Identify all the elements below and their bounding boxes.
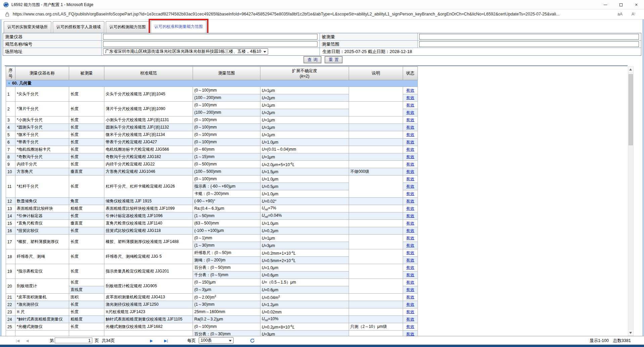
status-link[interactable]: 有效 (406, 169, 414, 174)
status-link[interactable]: 有效 (406, 280, 414, 285)
location-select[interactable]: 广东省深圳市南山区桃源街道珠光社区珠光路珠光创新科技园3栋三楼、五楼，4栋10 (103, 48, 268, 55)
per-page-label: 每页 (187, 336, 196, 345)
status-link[interactable]: 有效 (406, 213, 414, 218)
cell-spec: 表面粗糙度比较样块校准规范 JJF1099 (104, 205, 193, 212)
status-link[interactable]: 有效 (406, 243, 414, 248)
status-link[interactable]: 有效 (406, 272, 414, 277)
status-link[interactable]: 有效 (406, 287, 414, 292)
status-link[interactable]: 有效 (406, 177, 414, 181)
status-link[interactable]: 有效 (406, 250, 414, 255)
refresh-icon[interactable] (250, 338, 255, 343)
address-bar[interactable]: https://www.cnas.org.cn/LAS_FQ/publish/o… (13, 9, 613, 19)
table-row: 20刮板细度计长度刮板细度计检定规程 JJG905(0～150)μmU=（0.5… (6, 279, 418, 286)
cell-measurand: 垂直度 (69, 168, 104, 176)
status-link[interactable]: 有效 (406, 140, 414, 144)
reset-button[interactable]: 重置 (325, 56, 342, 63)
status-link[interactable]: 有效 (406, 317, 414, 321)
status-link[interactable]: 有效 (406, 125, 414, 130)
status-link[interactable]: 有效 (406, 88, 414, 93)
cell-uncertainty: U=1.0μm (260, 139, 349, 146)
table-row: 13表面粗糙度比较样块粗糙度表面粗糙度比较样块校准规范 JJF1099Ra:(0… (6, 205, 418, 212)
status-link[interactable]: 有效 (406, 332, 414, 336)
table-row: 4*圆测头千分尺长度圆测头千分尺校准规范 JJF(浙)1132(0～100)mm… (6, 124, 418, 131)
measurand-input[interactable] (419, 34, 639, 40)
cell-status: 有效 (403, 205, 418, 212)
vertical-scrollbar[interactable] (628, 66, 634, 336)
table-row: 百分表：(0～30)mmU=3μm有效 (6, 331, 418, 336)
translate-icon[interactable]: aA (617, 9, 623, 19)
cell-range: (0～100)mm (193, 116, 260, 124)
tab-authorized-signatories[interactable]: 认可的授权签字人及领域 (53, 21, 104, 33)
status-link[interactable]: 有效 (406, 191, 414, 196)
filter-form: 测量仪器 被测量 规范名称/编号 测量范围 场所地址 广东省深圳市南山区桃源街道… (3, 33, 641, 56)
minimize-button[interactable] (598, 0, 613, 9)
header-range: 测量范围 (193, 67, 260, 80)
table-row: 5*微米千分尺长度微米千分尺校准规范 JJF(浙)1134(0～100)mmU=… (6, 131, 418, 139)
status-link[interactable]: 有效 (406, 324, 414, 329)
spec-name-label: 规范名称/编号 (3, 41, 102, 48)
next-page-button[interactable]: ▶ (150, 336, 153, 345)
status-link[interactable]: 有效 (406, 110, 414, 115)
cell-note (349, 161, 403, 168)
status-link[interactable]: 有效 (406, 265, 414, 270)
cell-note (349, 316, 403, 323)
status-link[interactable]: 有效 (406, 199, 414, 203)
status-link[interactable]: 有效 (406, 154, 414, 159)
cell-instrument-name: *皮革面积测量机 (15, 294, 69, 301)
header-spec: 校准规范 (104, 67, 193, 80)
cell-uncertainty: Urel=10% (260, 316, 349, 323)
scroll-up-button[interactable] (628, 67, 633, 72)
status-link[interactable]: 有效 (406, 103, 414, 107)
close-button[interactable]: × (629, 0, 644, 9)
first-page-button[interactable]: |◀ (16, 336, 19, 345)
previous-page-button[interactable]: ◀ (26, 336, 29, 345)
status-link[interactable]: 有效 (406, 147, 414, 152)
cell-range: (0～100)mm (193, 124, 260, 131)
table-row: 10方形角尺垂直度方形角尺检定规程 JJG1046(100～500)mmU=1.… (6, 168, 418, 176)
status-link[interactable]: 有效 (406, 221, 414, 226)
page-suffix-label: 页 (95, 336, 99, 345)
scrollbar-thumb[interactable] (629, 74, 633, 145)
per-page-select[interactable]: 100条 (199, 337, 234, 344)
cell-range: 纤维卷尺：(0～50)m (193, 249, 260, 257)
status-link[interactable]: 有效 (406, 236, 414, 240)
tab-key-locations[interactable]: 认可的实验室关键场所 (4, 21, 51, 33)
chevron-down-icon (229, 340, 232, 342)
cell-no: 8 (6, 153, 15, 161)
maximize-button[interactable] (613, 0, 629, 9)
cell-note (349, 146, 403, 153)
status-link[interactable]: 有效 (406, 309, 414, 314)
status-link[interactable]: 有效 (406, 132, 414, 137)
tab-calibration-scope[interactable]: 认可的校准和测量能力范围 (151, 20, 206, 33)
page-number-input[interactable] (55, 338, 92, 343)
cell-uncertainty: U=0.6μm (260, 286, 349, 294)
cell-uncertainty: U=0.5μm (260, 183, 349, 190)
status-link[interactable]: 有效 (406, 258, 414, 262)
status-link[interactable]: 有效 (406, 302, 414, 307)
status-link[interactable]: 有效 (406, 228, 414, 233)
status-link[interactable]: 有效 (406, 117, 414, 122)
cell-instrument-name: 内径千分尺 (15, 161, 69, 168)
cell-instrument-name: 刮板细度计 (15, 279, 69, 294)
cell-uncertainty: U=(0.01～0.04)mm (260, 146, 349, 153)
query-button[interactable]: 查询 (304, 56, 321, 63)
spec-name-input[interactable] (103, 41, 317, 47)
status-link[interactable]: 有效 (406, 95, 414, 100)
status-link[interactable]: 有效 (406, 184, 414, 189)
group-row[interactable]: ▼60. 几何量 (6, 80, 418, 87)
read-aloud-icon[interactable]: A⁾ (632, 9, 635, 19)
table-row: 24*触针式表面粗糙度测量仪粗糙度触针式表面粗糙度测量仪校准规范 JJF1105… (6, 316, 418, 323)
status-link[interactable]: 有效 (406, 206, 414, 211)
status-link[interactable]: 有效 (406, 295, 414, 299)
cell-instrument-name: *微米千分尺 (15, 131, 69, 139)
cell-note (349, 205, 403, 212)
range-input[interactable] (419, 41, 639, 47)
cell-status: 有效 (403, 139, 418, 146)
cell-range: (0～100)mm (193, 176, 260, 183)
instrument-input[interactable] (103, 34, 317, 40)
cell-uncertainty: U=1.0μm (260, 190, 349, 198)
status-link[interactable]: 有效 (406, 162, 414, 166)
last-page-button[interactable]: ▶| (164, 336, 168, 345)
scroll-down-button[interactable] (628, 330, 633, 336)
tab-testing-scope[interactable]: 认可的检测能力范围 (106, 21, 149, 33)
